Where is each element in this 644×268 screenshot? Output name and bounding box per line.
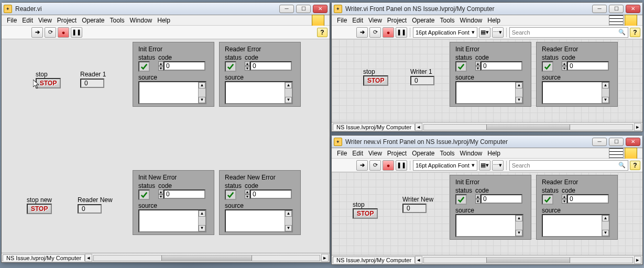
- titlebar[interactable]: ✦ Writer new.vi Front Panel on NS Issue.…: [332, 136, 642, 148]
- run-button[interactable]: ➔: [356, 27, 368, 38]
- code-field[interactable]: 0: [163, 189, 205, 199]
- menu-view[interactable]: View: [368, 17, 382, 24]
- source-text[interactable]: ▲▼: [455, 81, 523, 104]
- source-text[interactable]: ▲▼: [225, 81, 293, 104]
- titlebar[interactable]: ✦ Writer.vi Front Panel on NS Issue.lvpr…: [332, 3, 642, 15]
- pause-button[interactable]: ❚❚: [71, 27, 82, 38]
- run-continuously-button[interactable]: ⟳: [369, 160, 381, 171]
- source-text[interactable]: ▲▼: [138, 209, 206, 232]
- minimize-button[interactable]: ─: [592, 138, 607, 146]
- menu-window[interactable]: Window: [460, 150, 483, 157]
- code-field[interactable]: 0: [250, 61, 292, 71]
- source-text[interactable]: ▲▼: [542, 214, 610, 237]
- run-continuously-button[interactable]: ⟳: [369, 27, 381, 38]
- scroll-left[interactable]: ◂: [415, 256, 422, 264]
- menu-help[interactable]: Help: [487, 17, 500, 24]
- connector-pane-icon[interactable]: [609, 148, 624, 159]
- source-text[interactable]: ▲▼: [138, 81, 206, 104]
- menu-help[interactable]: Help: [487, 150, 500, 157]
- stop-button[interactable]: STOP: [36, 78, 61, 88]
- front-panel[interactable]: stop STOP Reader 1 0 Init Error status c…: [2, 39, 330, 253]
- menu-view[interactable]: View: [368, 150, 382, 157]
- status-tab[interactable]: NS Issue.lvproj/My Computer: [3, 254, 85, 261]
- menu-file[interactable]: File: [7, 17, 17, 24]
- scroll-right[interactable]: ▸: [321, 254, 329, 262]
- connector-pane-icon[interactable]: [609, 15, 624, 26]
- status-tab[interactable]: NS Issue.lvproj/My Computer: [333, 256, 415, 263]
- code-field[interactable]: 0: [567, 194, 609, 204]
- scroll-right[interactable]: ▸: [634, 123, 641, 131]
- titlebar[interactable]: ✦ Reader.vi ─ ☐ ✕: [2, 3, 330, 15]
- menu-project[interactable]: Project: [57, 17, 77, 24]
- help-button[interactable]: ?: [630, 28, 640, 37]
- menu-edit[interactable]: Edit: [352, 150, 363, 157]
- scroll-left[interactable]: ◂: [415, 123, 422, 131]
- abort-button[interactable]: ●: [383, 27, 394, 38]
- help-button[interactable]: ?: [630, 161, 640, 170]
- run-button[interactable]: ➔: [31, 27, 43, 38]
- menu-edit[interactable]: Edit: [352, 17, 363, 24]
- code-spinner[interactable]: ▲▼: [158, 189, 163, 199]
- run-continuously-button[interactable]: ⟳: [45, 27, 56, 38]
- distribute-button[interactable]: ⋯▾: [492, 160, 504, 171]
- menu-operate[interactable]: Operate: [412, 17, 434, 24]
- maximize-button[interactable]: ☐: [609, 5, 624, 13]
- align-button[interactable]: ▦▾: [479, 160, 490, 171]
- abort-button[interactable]: ●: [58, 27, 69, 38]
- close-button[interactable]: ✕: [626, 138, 640, 146]
- pause-button[interactable]: ❚❚: [396, 27, 407, 38]
- vi-icon[interactable]: [312, 15, 324, 26]
- distribute-button[interactable]: ⋯▾: [492, 27, 504, 38]
- menu-edit[interactable]: Edit: [22, 17, 33, 24]
- stop-button[interactable]: STOP: [353, 208, 378, 219]
- font-selector[interactable]: 16pt Application Font▾: [413, 27, 477, 38]
- status-tab[interactable]: NS Issue.lvproj/My Computer: [333, 124, 415, 130]
- source-text[interactable]: ▲▼: [455, 214, 523, 237]
- hscrollbar[interactable]: [423, 257, 633, 263]
- code-spinner[interactable]: ▲▼: [158, 61, 163, 71]
- menu-project[interactable]: Project: [387, 150, 407, 157]
- help-button[interactable]: ?: [317, 28, 328, 37]
- search-input[interactable]: 🔍: [509, 27, 628, 38]
- menu-operate[interactable]: Operate: [82, 17, 104, 24]
- source-text[interactable]: ▲▼: [225, 209, 293, 232]
- menu-tools[interactable]: Tools: [440, 17, 455, 24]
- close-button[interactable]: ✕: [313, 5, 328, 13]
- minimize-button[interactable]: ─: [592, 5, 607, 13]
- code-field[interactable]: 0: [481, 61, 522, 71]
- search-input[interactable]: 🔍: [509, 160, 628, 171]
- menu-window[interactable]: Window: [130, 17, 152, 24]
- run-button[interactable]: ➔: [356, 160, 368, 171]
- menu-help[interactable]: Help: [157, 17, 170, 24]
- source-text[interactable]: ▲▼: [542, 81, 610, 104]
- front-panel[interactable]: stop STOP Writer New 0 Init Error status…: [332, 172, 642, 255]
- front-panel[interactable]: stop STOP Writer 1 0 Init Error status c…: [332, 39, 642, 122]
- close-button[interactable]: ✕: [626, 5, 640, 13]
- maximize-button[interactable]: ☐: [296, 5, 311, 13]
- menu-tools[interactable]: Tools: [440, 150, 455, 157]
- menu-operate[interactable]: Operate: [412, 150, 434, 157]
- vi-icon[interactable]: [625, 15, 637, 26]
- stop-button[interactable]: STOP: [363, 75, 388, 86]
- menu-window[interactable]: Window: [460, 17, 483, 24]
- code-field[interactable]: 0: [250, 189, 292, 199]
- code-spinner[interactable]: ▲▼: [475, 194, 481, 204]
- menu-file[interactable]: File: [337, 17, 347, 24]
- menu-tools[interactable]: Tools: [110, 17, 125, 24]
- code-spinner[interactable]: ▲▼: [475, 61, 481, 71]
- font-selector[interactable]: 16pt Application Font▾: [413, 160, 477, 171]
- stopnew-button[interactable]: STOP: [27, 204, 52, 214]
- pause-button[interactable]: ❚❚: [396, 160, 407, 171]
- hscrollbar[interactable]: [93, 255, 320, 261]
- abort-button[interactable]: ●: [383, 160, 394, 171]
- hscrollbar[interactable]: [423, 124, 633, 130]
- code-field[interactable]: 0: [163, 61, 205, 71]
- code-field[interactable]: 0: [567, 61, 609, 71]
- code-spinner[interactable]: ▲▼: [245, 61, 250, 71]
- code-field[interactable]: 0: [481, 194, 522, 204]
- code-spinner[interactable]: ▲▼: [245, 189, 250, 199]
- code-spinner[interactable]: ▲▼: [562, 61, 567, 71]
- align-button[interactable]: ▦▾: [479, 27, 490, 38]
- vi-icon[interactable]: [625, 148, 637, 159]
- menu-project[interactable]: Project: [387, 17, 407, 24]
